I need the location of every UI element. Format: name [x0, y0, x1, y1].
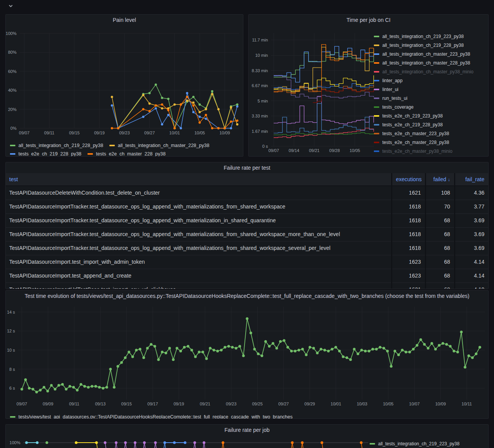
svg-text:09/17: 09/17 [147, 402, 158, 406]
svg-text:10/11: 10/11 [462, 402, 472, 406]
legend-item[interactable]: linter_ui [374, 85, 487, 94]
cell-value: 1623 [392, 255, 425, 269]
svg-text:5 min: 5 min [258, 99, 268, 103]
svg-text:10/03: 10/03 [357, 402, 367, 406]
legend-swatch [374, 142, 379, 143]
cell-test-name: TestAPIDatasourceImportTracker.test_data… [6, 213, 392, 227]
cell-value: 68 [425, 227, 454, 241]
cell-value: 1621 [392, 186, 425, 200]
svg-text:09/21: 09/21 [309, 148, 320, 153]
legend-item[interactable]: all_tests_integration_ch_219_223_py38 [374, 32, 487, 41]
cell-value: 70 [425, 200, 454, 213]
cell-value: 68 [425, 213, 454, 227]
panel-time-per-job: Time per job on CI 0 s1.67 min3.33 min5 … [248, 14, 489, 157]
legend-item[interactable]: tests_e2e_ch_219_223_py38 [374, 111, 487, 120]
table-row: TestAPIDatasourceImport.test_import_with… [6, 255, 488, 269]
legend-item[interactable]: all_tests_integration_ch_219_228_py38 [10, 143, 103, 148]
legend-swatch [370, 443, 375, 445]
legend-item[interactable]: linter_app [374, 76, 487, 85]
legend-item[interactable]: all_tests_integration_ch_master_228_py38 [109, 143, 209, 148]
legend-item[interactable]: tests_e2e_ch_219_228_py38 [10, 151, 81, 157]
cell-test-name: TestAPIDatasourceImportUrlTestCase.test_… [6, 283, 392, 289]
svg-text:09/29: 09/29 [304, 402, 315, 406]
svg-text:10/07: 10/07 [409, 402, 420, 406]
svg-text:09/11: 09/11 [69, 402, 79, 406]
svg-text:3.33 min: 3.33 min [252, 114, 268, 118]
svg-text:09/15: 09/15 [69, 131, 80, 135]
legend-label: linter_ui [382, 87, 398, 92]
legend-item[interactable]: run_tests_ui [374, 94, 487, 102]
legend-item[interactable]: tests_coverage [374, 102, 487, 111]
svg-text:09/27: 09/27 [144, 131, 155, 135]
legend-item[interactable]: tests_e2e_ch_master_228_py38 [374, 138, 487, 147]
svg-text:10/05: 10/05 [350, 148, 360, 153]
panel-failure-rate-per-job: Failure rate per job 100% all_tests_inte… [5, 424, 489, 448]
svg-text:0%: 0% [10, 126, 17, 131]
legend-item[interactable]: tests/views/test_api_datasources.py::Tes… [10, 414, 292, 419]
legend-label: tests_e2e_ch_master_228_py38 [382, 140, 449, 145]
cell-value: 68 [425, 269, 454, 283]
legend-item[interactable]: all_tests_integration_ch_219_223_py38 [370, 441, 459, 446]
cell-value: 4.19 [454, 283, 488, 289]
svg-text:09/14: 09/14 [289, 148, 299, 153]
failure-rate-table-wrap: testexecutionsfailed↓fail_rate TestAPIDa… [6, 173, 488, 289]
legend-swatch [374, 53, 379, 55]
legend-swatch [374, 106, 379, 108]
grafana-dashboard: Pain level 0%20%40%60%80%100%09/0709/110… [0, 0, 494, 448]
legend-label: all_tests_integration_ch_219_228_py38 [382, 43, 464, 48]
legend-label: tests_e2e_ch_219_228_py38 [382, 122, 443, 127]
legend-label: all_tests_integration_ch_master_223_py38 [382, 51, 470, 57]
svg-text:09/11: 09/11 [44, 131, 55, 135]
svg-text:100%: 100% [6, 31, 17, 36]
legend-label: all_tests_integration_ch_219_223_py38 [382, 34, 464, 39]
legend-swatch [374, 89, 379, 90]
legend-item[interactable]: tests_e2e_ch_master_py38_minio [374, 147, 487, 155]
column-header-executions[interactable]: executions [392, 173, 425, 186]
svg-text:11.7 min: 11.7 min [252, 38, 268, 42]
table-row: TestAPIDatasourceImportTracker.test_data… [6, 200, 488, 213]
panel-title: Test time evolution of tests/views/test_… [6, 291, 488, 301]
cell-value: 68 [425, 241, 454, 255]
svg-text:09/19: 09/19 [94, 131, 105, 135]
legend-swatch [374, 124, 379, 126]
svg-text:09/13: 09/13 [95, 402, 106, 406]
column-header-failed[interactable]: failed↓ [425, 173, 454, 186]
panel-failure-rate-per-test: Failure rate per test testexecutionsfail… [5, 162, 489, 289]
legend-item[interactable]: tests_e2e_ch_master_223_py38 [374, 129, 487, 138]
legend-swatch [374, 80, 379, 81]
cell-value: 68 [425, 283, 454, 289]
svg-text:12 s: 12 s [7, 329, 15, 333]
legend-item[interactable]: all_tests_integration_ch_219_228_py38 [374, 41, 487, 50]
legend-label: tests_e2e_ch_master_py38_minio [382, 149, 453, 154]
cell-value: 4.14 [454, 269, 488, 283]
legend-swatch [374, 98, 379, 99]
svg-text:10/09: 10/09 [435, 402, 446, 406]
cell-value: 3.69 [454, 241, 488, 255]
svg-text:10/09: 10/09 [220, 131, 230, 135]
cell-value: 1623 [392, 269, 425, 283]
legend-item[interactable]: tests_e2e_ch_master_228_py38 [88, 151, 165, 157]
cell-value: 1621 [392, 283, 425, 289]
legend-swatch [10, 416, 15, 418]
chevron-down-icon[interactable] [8, 3, 13, 9]
svg-text:40%: 40% [8, 88, 17, 93]
svg-text:60%: 60% [8, 69, 17, 74]
svg-text:10/05: 10/05 [383, 402, 394, 406]
failure-rate-table: testexecutionsfailed↓fail_rate TestAPIDa… [6, 173, 488, 289]
column-header-test[interactable]: test [6, 173, 392, 186]
legend-item[interactable]: all_tests_integration_ch_master_223_py38 [374, 50, 487, 58]
svg-text:20%: 20% [8, 107, 17, 112]
pain-level-chart[interactable]: 0%20%40%60%80%100%09/0709/1109/1509/1909… [6, 25, 243, 141]
legend-item[interactable]: tests_e2e_ch_219_228_py38 [374, 120, 487, 129]
legend-item[interactable]: all_tests_integration_ch_master_py38_min… [374, 67, 487, 76]
svg-text:09/09: 09/09 [43, 402, 53, 406]
column-header-fail_rate[interactable]: fail_rate [454, 173, 488, 186]
cell-value: 1618 [392, 200, 425, 213]
legend-item[interactable]: all_tests_integration_ch_master_228_py38 [374, 58, 487, 67]
cell-value: 4.14 [454, 255, 488, 269]
test-time-evolution-chart[interactable]: 6 s8 s10 s12 s14 s09/0709/0909/1109/1309… [6, 301, 488, 410]
legend-swatch [10, 153, 15, 155]
svg-text:09/07: 09/07 [268, 148, 279, 153]
legend-swatch [374, 36, 379, 37]
svg-text:09/07: 09/07 [17, 402, 27, 406]
